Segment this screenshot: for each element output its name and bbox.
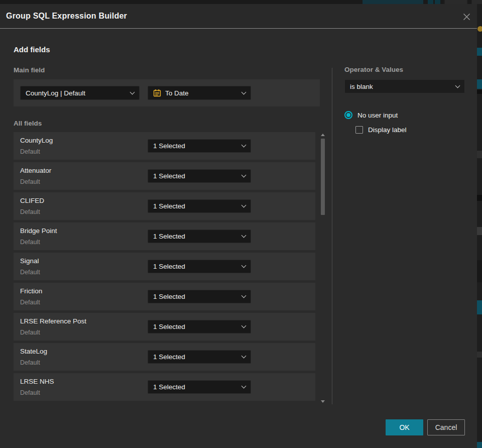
- background-fragment: [477, 227, 482, 235]
- field-name: Attenuator: [20, 167, 51, 174]
- selected-count-label: 1 Selected: [153, 383, 238, 391]
- background-fragment: [477, 90, 482, 94]
- display-label-option[interactable]: Display label: [355, 126, 407, 134]
- field-name: CLIFED: [20, 197, 44, 204]
- no-user-input-option[interactable]: No user input: [344, 111, 398, 119]
- background-fragment: [444, 0, 468, 4]
- all-fields-label: All fields: [14, 120, 42, 127]
- selected-count-label: 1 Selected: [153, 233, 238, 240]
- field-row: CountyLog Default 1 Selected: [14, 132, 315, 160]
- background-fragment: [477, 442, 482, 448]
- selected-count-label: 1 Selected: [153, 172, 238, 180]
- all-fields-list: CountyLog Default 1 Selected Attenuator …: [14, 132, 315, 401]
- column-divider: [332, 68, 332, 404]
- background-fragment: [477, 352, 482, 358]
- scrollbar-thumb[interactable]: [321, 139, 325, 215]
- field-name: LRSE NHS: [20, 378, 54, 385]
- background-fragment: [428, 0, 433, 4]
- chevron-down-icon: [242, 203, 247, 208]
- chevron-down-icon: [455, 83, 460, 88]
- field-selected-dropdown[interactable]: 1 Selected: [148, 199, 251, 213]
- operator-values-label: Operator & Values: [344, 66, 403, 73]
- field-name: CountyLog: [20, 137, 53, 144]
- live-view-label: Live view: [378, 0, 403, 1]
- field-row: CLIFED Default 1 Selected: [14, 192, 315, 220]
- main-field-select-value: CountyLog | Default: [26, 89, 127, 97]
- field-selected-dropdown[interactable]: 1 Selected: [148, 139, 251, 153]
- field-sublabel: Default: [20, 148, 40, 155]
- selected-count-label: 1 Selected: [153, 353, 238, 361]
- background-fragment: [435, 0, 440, 4]
- field-sublabel: Default: [20, 329, 40, 336]
- chevron-down-icon: [242, 293, 247, 298]
- no-user-input-radio[interactable]: [344, 111, 352, 119]
- field-selected-dropdown[interactable]: 1 Selected: [148, 260, 251, 273]
- cancel-button[interactable]: Cancel: [427, 419, 465, 435]
- scrollbar-down-arrow-icon[interactable]: [321, 400, 325, 403]
- close-button[interactable]: [459, 9, 474, 24]
- field-row: LRSE NHS Default 1 Selected: [14, 373, 315, 401]
- operator-select-value: is blank: [350, 83, 452, 90]
- selected-count-label: 1 Selected: [153, 323, 238, 330]
- main-field-value-select[interactable]: To Date: [148, 86, 251, 100]
- add-fields-heading: Add fields: [14, 45, 50, 54]
- background-app-topbar: Live view: [0, 0, 482, 4]
- dialog-header: Group SQL Expression Builder: [0, 4, 477, 29]
- field-row: Bridge Point Default 1 Selected: [14, 222, 315, 250]
- display-label-checkbox[interactable]: [355, 126, 363, 134]
- background-badge-dot: [477, 26, 482, 32]
- field-name: Signal: [20, 257, 39, 265]
- background-fragment: [477, 260, 482, 282]
- main-field-value-select-value: To Date: [165, 89, 234, 97]
- field-row: LRSE Reference Post Default 1 Selected: [14, 313, 315, 341]
- chevron-down-icon: [242, 263, 247, 268]
- chevron-down-icon: [242, 89, 247, 94]
- field-selected-dropdown[interactable]: 1 Selected: [148, 169, 251, 183]
- close-icon: [463, 13, 470, 21]
- display-label-text: Display label: [368, 126, 407, 134]
- field-sublabel: Default: [20, 208, 40, 215]
- field-selected-dropdown[interactable]: 1 Selected: [148, 320, 251, 333]
- background-app-right-edge: [477, 4, 482, 448]
- chevron-down-icon: [242, 173, 247, 178]
- chevron-down-icon: [242, 354, 247, 359]
- ok-button[interactable]: OK: [386, 419, 423, 435]
- background-fragment: [477, 195, 482, 201]
- field-row: Attenuator Default 1 Selected: [14, 162, 315, 190]
- field-row: Friction Default 1 Selected: [14, 283, 315, 310]
- calendar-icon: [153, 89, 161, 97]
- background-fragment: [477, 48, 482, 56]
- chevron-down-icon: [242, 384, 247, 389]
- operator-select[interactable]: is blank: [344, 79, 465, 93]
- field-name: StateLog: [20, 348, 47, 355]
- chevron-down-icon: [242, 233, 247, 238]
- field-sublabel: Default: [20, 269, 40, 276]
- selected-count-label: 1 Selected: [153, 263, 238, 270]
- field-selected-dropdown[interactable]: 1 Selected: [148, 380, 251, 394]
- field-sublabel: Default: [20, 239, 40, 246]
- selected-count-label: 1 Selected: [153, 142, 238, 150]
- field-sublabel: Default: [20, 299, 40, 306]
- background-fragment: [477, 300, 482, 314]
- scrollbar-up-arrow-icon[interactable]: [321, 134, 325, 136]
- selected-count-label: 1 Selected: [153, 293, 238, 300]
- main-field-select[interactable]: CountyLog | Default: [20, 86, 140, 100]
- field-selected-dropdown[interactable]: 1 Selected: [148, 290, 251, 303]
- live-view-button: Live view: [363, 0, 423, 4]
- selected-count-label: 1 Selected: [153, 202, 238, 210]
- field-name: Friction: [20, 287, 42, 295]
- main-field-panel: CountyLog | Default To Date: [14, 79, 320, 106]
- chevron-down-icon: [242, 323, 247, 328]
- field-sublabel: Default: [20, 359, 40, 366]
- field-sublabel: Default: [20, 178, 40, 185]
- chevron-down-icon: [130, 89, 135, 94]
- field-selected-dropdown[interactable]: 1 Selected: [148, 350, 251, 364]
- chevron-down-icon: [242, 143, 247, 148]
- group-sql-expression-builder-dialog: Group SQL Expression Builder Add fields …: [0, 4, 477, 448]
- field-name: LRSE Reference Post: [20, 317, 86, 325]
- field-name: Bridge Point: [20, 227, 57, 235]
- background-fragment: [477, 79, 482, 89]
- dialog-title: Group SQL Expression Builder: [6, 12, 127, 21]
- field-selected-dropdown[interactable]: 1 Selected: [148, 230, 251, 243]
- no-user-input-label: No user input: [357, 111, 398, 119]
